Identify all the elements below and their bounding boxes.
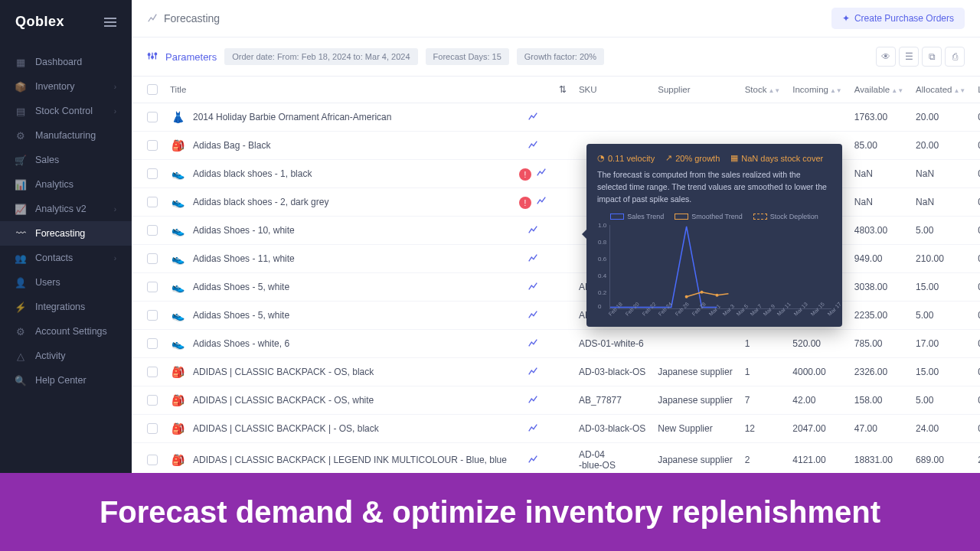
trend-chart-icon[interactable]	[528, 254, 538, 266]
select-all-checkbox[interactable]	[147, 84, 158, 95]
product-title-cell: 👟Adidas Shoes - 5, white	[170, 279, 507, 295]
sidebar-item-inventory[interactable]: 📦Inventory›	[0, 74, 132, 99]
chip-growth-factor[interactable]: Growth factor: 20%	[517, 48, 604, 65]
create-purchase-orders-button[interactable]: ✦ Create Purchase Orders	[831, 8, 965, 29]
lead-time-cell: 0	[972, 103, 980, 132]
sidebar-item-sales[interactable]: 🛒Sales	[0, 148, 132, 172]
row-checkbox[interactable]	[147, 140, 158, 151]
allocated-cell: 5.00	[910, 386, 972, 415]
copy-button[interactable]: ⧉	[922, 47, 942, 67]
product-title-cell: 👟Adidas black shoes - 1, black	[170, 166, 507, 181]
row-checkbox[interactable]	[147, 310, 158, 321]
allocated-cell: 15.00	[910, 273, 972, 302]
sidebar-item-users[interactable]: 👤Users	[0, 270, 132, 295]
row-checkbox[interactable]	[147, 168, 158, 179]
nav-label: Stock Control	[35, 106, 93, 116]
table-row[interactable]: 👟Adidas Shoes - white, 6 ADS-01-white-6 …	[132, 330, 980, 358]
row-checkbox[interactable]	[147, 112, 158, 122]
print-button[interactable]: ⎙	[945, 47, 965, 67]
row-checkbox[interactable]	[147, 225, 158, 236]
nav-label: Dashboard	[35, 57, 82, 67]
sidebar-item-activity[interactable]: △Activity	[0, 344, 132, 368]
table-row[interactable]: 🎒ADIDAS | CLASSIC BACKPACK - OS, white A…	[132, 386, 980, 415]
parameters-label[interactable]: Parameters	[165, 51, 217, 63]
sku-cell: AD-04-blue-OS	[573, 443, 652, 478]
sidebar-item-help-center[interactable]: 🔍Help Center	[0, 368, 132, 393]
lead-time-cell: 0	[972, 132, 980, 160]
users-icon: 👤	[15, 277, 26, 288]
sidebar-item-integrations[interactable]: ⚡Integrations	[0, 295, 132, 319]
table-row[interactable]: 👗2014 Holiday Barbie Ornament African-Am…	[132, 103, 980, 132]
trend-chart-icon[interactable]	[528, 367, 538, 379]
chip-order-date[interactable]: Order date: From: Feb 18, 2024 to: Mar 4…	[224, 48, 417, 65]
nav-label: Forecasting	[35, 228, 85, 239]
col-sku: SKU	[573, 77, 652, 103]
sidebar-item-stock-control[interactable]: ▤Stock Control›	[0, 99, 132, 123]
sidebar-item-manufacturing[interactable]: ⚙Manufacturing	[0, 123, 132, 148]
chip-forecast-days[interactable]: Forecast Days: 15	[426, 48, 509, 65]
columns-button[interactable]: ☰	[899, 47, 919, 67]
table-row[interactable]: 🎒ADIDAS | CLASSIC BACKPACK - OS, black A…	[132, 358, 980, 386]
table-row[interactable]: 👟Adidas black shoes - 2, dark grey ! NaN…	[132, 188, 980, 217]
product-thumb: 🎒	[170, 393, 185, 408]
view-button[interactable]: 👁	[876, 47, 896, 67]
col-available[interactable]: Available▲▼	[848, 77, 910, 103]
sidebar-item-forecasting[interactable]: 〰Forecasting	[0, 221, 132, 246]
table-row[interactable]: 👟Adidas Shoes - 10, white 4803.00 5.00 0…	[132, 217, 980, 245]
row-checkbox[interactable]	[147, 395, 158, 406]
sidebar-item-account-settings[interactable]: ⚙Account Settings	[0, 319, 132, 344]
table-row[interactable]: 👟Adidas Shoes - 5, white ADS-01-white-5 …	[132, 302, 980, 330]
trend-chart-icon[interactable]	[528, 339, 538, 350]
col-stock[interactable]: Stock▲▼	[739, 77, 787, 103]
allocated-cell: 210.00	[910, 245, 972, 273]
row-checkbox[interactable]	[147, 338, 158, 349]
product-thumb: 🎒	[170, 421, 185, 436]
table-row[interactable]: 🎒Adidas Bag - Black 85.00 20.00 0 16 0	[132, 132, 980, 160]
product-thumb: 🎒	[170, 138, 185, 153]
product-title: Adidas Bag - Black	[193, 140, 270, 151]
sidebar-item-analytics[interactable]: 📊Analytics	[0, 172, 132, 197]
svg-point-0	[148, 53, 150, 55]
table-row[interactable]: 👟Adidas Shoes - 11, white 949.00 210.00 …	[132, 245, 980, 273]
trend-chart-icon[interactable]	[528, 112, 538, 124]
nav-label: Analytics v2	[35, 204, 87, 214]
trend-chart-icon[interactable]	[528, 226, 538, 237]
sidebar-item-analytics-v2[interactable]: 📈Analytics v2›	[0, 197, 132, 221]
col-incoming[interactable]: Incoming▲▼	[786, 77, 848, 103]
trend-chart-icon[interactable]	[528, 141, 538, 152]
row-checkbox[interactable]	[147, 423, 158, 434]
trend-chart-icon[interactable]	[528, 282, 538, 294]
trend-chart-icon[interactable]	[528, 424, 538, 435]
available-cell: NaN	[848, 160, 910, 188]
manufacturing-icon: ⚙	[15, 130, 26, 141]
table-row[interactable]: 👟Adidas Shoes - 5, white ADS-01-white-5 …	[132, 273, 980, 302]
row-checkbox[interactable]	[147, 282, 158, 292]
forecast-icon	[147, 12, 158, 25]
row-checkbox[interactable]	[147, 197, 158, 207]
product-title: Adidas Shoes - 10, white	[193, 225, 295, 236]
row-checkbox[interactable]	[147, 455, 158, 465]
sidebar-item-dashboard[interactable]: ▦Dashboard	[0, 50, 132, 74]
trend-chart-icon[interactable]	[528, 396, 538, 407]
table-row[interactable]: 🎒ADIDAS | CLASSIC BACKPACK | LEGEND INK …	[132, 443, 980, 478]
col-allocated[interactable]: Allocated▲▼	[910, 77, 972, 103]
supplier-cell: New Supplier	[652, 415, 738, 443]
sort-icon[interactable]: ⇅	[559, 85, 567, 94]
trend-chart-icon[interactable]	[528, 455, 538, 467]
sku-cell: AD-03-black-OS	[573, 358, 652, 386]
menu-toggle[interactable]	[104, 18, 116, 27]
product-thumb: 👟	[170, 194, 185, 210]
trend-chart-icon[interactable]	[536, 168, 547, 180]
ytick: 1.0	[598, 222, 606, 229]
table-row[interactable]: 🎒ADIDAS | CLASSIC BACKPACK | - OS, black…	[132, 415, 980, 443]
row-checkbox[interactable]	[147, 253, 158, 264]
allocated-cell: 17.00	[910, 330, 972, 358]
sliders-icon	[147, 51, 158, 64]
row-checkbox[interactable]	[147, 367, 158, 377]
trend-chart-icon[interactable]	[528, 311, 538, 322]
trend-chart-icon[interactable]	[536, 197, 547, 208]
table-row[interactable]: 👟Adidas black shoes - 1, black ! NaN NaN…	[132, 160, 980, 188]
brand-name: Qoblex	[15, 14, 64, 30]
col-lead-time[interactable]: Lead Time▲▼	[972, 77, 980, 103]
sidebar-item-contacts[interactable]: 👥Contacts›	[0, 246, 132, 270]
